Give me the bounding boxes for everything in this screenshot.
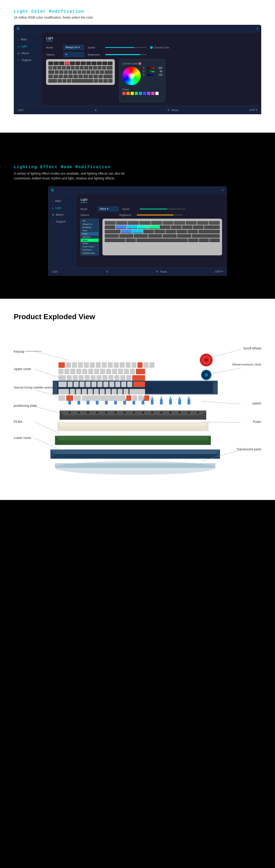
svg-rect-68 xyxy=(59,369,64,374)
section-lighting-mode: Lighting Effect Mode Modification A vari… xyxy=(0,151,275,276)
refresh-icon[interactable]: ↻ xyxy=(168,108,170,112)
g-value: 80 xyxy=(156,70,162,73)
svg-rect-2 xyxy=(78,437,79,438)
sidebar-item-support[interactable]: ♡ Support xyxy=(14,57,41,64)
speed-label: Speed xyxy=(88,46,102,49)
mode-static[interactable]: Static xyxy=(81,232,99,236)
bottom-model-2: LE97 xyxy=(52,270,58,273)
svg-rect-97 xyxy=(74,381,79,387)
list-icon[interactable]: ≡ xyxy=(95,108,97,112)
svg-point-133 xyxy=(204,373,208,377)
app-body-1: ⌂ Main ● Light ⚙ Macro ♡ Support Ligh xyxy=(14,32,261,106)
section1-subtitle: 16 million RGB color modification, freel… xyxy=(14,16,261,19)
bottom-model-1: LE97 xyxy=(18,109,24,112)
color-wheel[interactable] xyxy=(123,67,141,85)
mode-off[interactable]: Off xyxy=(81,219,99,223)
preset-red[interactable] xyxy=(123,92,126,95)
preset-green[interactable] xyxy=(135,92,138,95)
exploded-diagram: Keycap ───── Upper cover Special tuning … xyxy=(14,330,261,477)
preset-label: Preset xyxy=(123,88,162,91)
b-slider[interactable] xyxy=(147,74,154,76)
mode-music-action[interactable]: Music Action xyxy=(81,245,99,248)
svg-rect-94 xyxy=(132,375,145,381)
brightness-slider-2[interactable] xyxy=(137,215,183,215)
svg-rect-92 xyxy=(120,375,125,381)
keyboard-and-picker: Current Color R xyxy=(46,59,256,102)
svg-rect-117 xyxy=(117,389,123,395)
svg-rect-85 xyxy=(79,375,84,381)
preset-white[interactable] xyxy=(156,92,159,95)
preset-cyan[interactable] xyxy=(139,92,142,95)
speed-slider[interactable] xyxy=(105,47,146,48)
svg-rect-50 xyxy=(179,397,180,400)
svg-rect-118 xyxy=(124,389,129,395)
model-select-2[interactable]: Wave ▾ xyxy=(98,207,118,211)
refresh-icon-2[interactable]: ↻ xyxy=(156,270,158,273)
svg-rect-20 xyxy=(170,412,171,413)
svg-rect-66 xyxy=(143,362,148,368)
tab-light-2[interactable]: Light xyxy=(80,198,87,203)
sidebar-item-light[interactable]: ● Light xyxy=(14,43,41,50)
svg-rect-10 xyxy=(78,412,80,413)
sidebar-item-macro[interactable]: ⚙ Macro xyxy=(14,50,41,57)
tab-light-1[interactable]: Light xyxy=(46,36,53,41)
mode-neon[interactable]: Neon xyxy=(81,229,99,232)
preset-pink[interactable] xyxy=(151,92,154,95)
preset-orange[interactable] xyxy=(127,92,130,95)
label-switch: switch xyxy=(252,401,261,405)
lower-cover-label: Lower cover xyxy=(14,436,31,440)
speed-slider-2[interactable] xyxy=(140,209,185,210)
mode-snake[interactable]: Snake xyxy=(81,242,99,245)
app-sidebar-2: ⌂ Main ● Light ⚙ Macro ♡ Support xyxy=(48,194,76,267)
options-select[interactable]: ▾ xyxy=(64,52,84,57)
svg-rect-122 xyxy=(74,395,81,401)
black-gap-1 xyxy=(0,133,275,151)
list-icon-2[interactable]: ≡ xyxy=(106,270,108,274)
svg-rect-127 xyxy=(144,395,149,401)
sidebar-item-light-2[interactable]: ● Light xyxy=(48,205,76,211)
preset-yellow[interactable] xyxy=(131,92,134,95)
svg-rect-89 xyxy=(102,375,107,381)
svg-rect-53 xyxy=(66,362,71,368)
reset-button-2[interactable]: Reset xyxy=(160,270,167,273)
svg-rect-115 xyxy=(106,389,111,395)
rgb-b-row: B 110 xyxy=(143,74,162,76)
preset-black[interactable] xyxy=(123,96,126,99)
reset-button-1[interactable]: Reset xyxy=(172,109,178,112)
section2-title: Lighting Effect Mode Modification xyxy=(14,165,261,169)
sidebar-item-macro-2[interactable]: ⚙ Macro xyxy=(48,211,76,218)
mode-reactive[interactable]: Reactive xyxy=(81,236,99,239)
mode-soil-wave[interactable]: Soil Wave xyxy=(81,248,99,251)
mode-star-views[interactable]: Star Views xyxy=(81,255,99,255)
preset-purple[interactable] xyxy=(147,92,150,95)
mode-breathing[interactable]: Breathing xyxy=(81,226,99,229)
sidebar-item-main-2[interactable]: ⌂ Main xyxy=(48,197,76,205)
close-icon-2[interactable]: × xyxy=(222,188,224,192)
sidebar-item-support-2[interactable]: ♡ Support xyxy=(48,218,76,225)
svg-rect-80 xyxy=(130,369,135,374)
brightness-slider[interactable] xyxy=(105,54,146,55)
options-brightness-row: Options Brightness xyxy=(80,214,222,216)
svg-rect-120 xyxy=(59,395,65,401)
spacer-1 xyxy=(0,114,275,133)
pcba-label: PCBA xyxy=(14,420,23,424)
mode-always-on[interactable]: Always On xyxy=(81,223,99,226)
app-window-1: G × ⌂ Main ● Light ⚙ Macro ♡ xyxy=(14,25,261,114)
g-slider[interactable] xyxy=(147,71,154,72)
model-label: Model xyxy=(46,46,60,49)
model-select[interactable]: Always On ▾ xyxy=(64,45,84,50)
close-icon[interactable]: × xyxy=(256,27,258,31)
preset-blue[interactable] xyxy=(143,92,146,95)
svg-rect-11 xyxy=(87,412,89,413)
svg-rect-22 xyxy=(188,412,190,413)
scroll-wheel-label: Scroll Wheel xyxy=(243,346,261,350)
wheel-luminous-label: Wheel luminous circle xyxy=(232,363,261,366)
app-content-1: Light Model Always On ▾ Speed Current Co… xyxy=(41,32,261,106)
svg-rect-61 xyxy=(114,362,119,368)
mode-wave[interactable]: Wave xyxy=(81,239,99,242)
svg-rect-108 xyxy=(59,389,69,395)
bottom-icons-1: ≡ xyxy=(95,108,97,112)
mode-kaleidoscope[interactable]: Kaleidoscope xyxy=(81,251,99,255)
sidebar-item-main[interactable]: ⌂ Main xyxy=(14,36,41,43)
r-slider[interactable] xyxy=(147,67,154,69)
